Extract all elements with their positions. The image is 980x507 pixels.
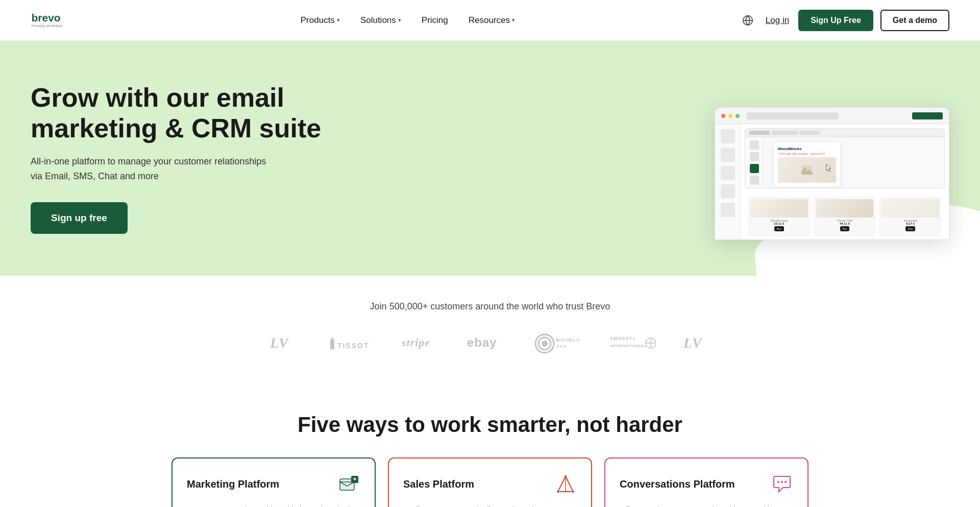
svg-text:stripe: stripe	[401, 336, 430, 349]
hero-mockup-area: WoodWorks -15% with this coupon : summer…	[337, 107, 949, 240]
mockup-product-price: 44.11 €	[840, 222, 850, 225]
svg-text:★★★: ★★★	[556, 345, 567, 348]
feature-card-conversations-title: Conversations Platform	[620, 478, 735, 490]
features-title: Five ways to work smarter, not harder	[31, 413, 949, 437]
feature-card-sales-icon	[554, 473, 577, 495]
mockup-product-thumb	[750, 199, 808, 218]
svg-point-34	[777, 481, 779, 483]
trust-logo-stripe: stripe	[401, 335, 436, 354]
chevron-down-icon: ▾	[512, 17, 515, 23]
mockup-product-price: 8.27 €	[906, 222, 915, 225]
trust-logo-lv1: LV	[268, 332, 299, 356]
signup-hero-button[interactable]: Sign up free	[31, 202, 128, 234]
mockup-product-card-1: Shoulder Lamp 23.11 € Buy	[748, 197, 811, 236]
feature-card-sales-desc: Easily manage your pipeline and accelera…	[403, 503, 577, 507]
login-button[interactable]: Log in	[764, 11, 791, 30]
mockup-sidebar-item	[721, 203, 735, 217]
mockup-sidebar	[715, 124, 741, 239]
feature-card-marketing-icon	[338, 473, 360, 495]
mockup-left-panel	[745, 137, 764, 186]
mockup-product-card-3: Accessories 8.27 € Buy	[879, 197, 942, 236]
mockup-buy-btn: Buy	[840, 226, 850, 231]
hero-title: Grow with our email marketing & CRM suit…	[31, 83, 337, 144]
svg-point-14	[542, 341, 548, 347]
mockup-sidebar-item	[721, 148, 735, 162]
feature-card-marketing-title: Marketing Platform	[187, 478, 279, 490]
mockup-products-row: Shoulder Lamp 23.11 € Buy Circular Chair…	[745, 194, 945, 239]
feature-card-sales-header: Sales Platform	[403, 473, 577, 495]
mockup-buy-btn: Buy	[774, 226, 784, 231]
feature-card-marketing: Marketing Platform Increase conversions …	[172, 457, 376, 507]
logo[interactable]: brevo Formerly sendinblue	[31, 9, 77, 32]
mockup-topbar	[715, 108, 949, 124]
signup-nav-button[interactable]: Sign Up Free	[798, 10, 873, 31]
mockup-body: WoodWorks -15% with this coupon : summer…	[715, 124, 949, 239]
feature-card-sales: Sales Platform Easily manage your pipeli…	[388, 457, 592, 507]
svg-point-35	[781, 481, 783, 483]
svg-rect-8	[331, 338, 333, 340]
chevron-down-icon: ▾	[398, 17, 401, 23]
svg-text:TISSOT: TISSOT	[337, 342, 370, 350]
svg-text:LV: LV	[683, 335, 703, 351]
features-cards: Marketing Platform Increase conversions …	[31, 457, 949, 507]
mockup-cursor	[826, 164, 832, 172]
mockup-tool	[750, 140, 759, 150]
feature-card-marketing-desc: Increase conversions with multi-channel …	[187, 503, 360, 507]
mockup-main-area: WoodWorks -15% with this coupon : summer…	[741, 124, 949, 239]
mockup-promo: -15% with this coupon : summer15	[778, 152, 836, 155]
language-button[interactable]	[739, 12, 756, 29]
mockup-tabs	[745, 129, 944, 137]
nav-link-solutions[interactable]: Solutions ▾	[352, 11, 409, 30]
nav-link-products[interactable]: Products ▾	[292, 11, 348, 30]
nav-links: Products ▾ Solutions ▾ Pricing Resources…	[292, 11, 523, 30]
mockup-tool-active	[750, 164, 759, 173]
nav-link-resources[interactable]: Resources ▾	[460, 11, 523, 30]
mockup-tab	[799, 131, 820, 135]
hero-subtitle: All-in-one platform to manage your custo…	[31, 154, 276, 184]
mockup-product-thumb	[816, 199, 874, 218]
svg-text:brevo: brevo	[32, 12, 61, 23]
nav-link-pricing[interactable]: Pricing	[413, 11, 456, 30]
mockup-action-btn	[912, 112, 943, 119]
nav-actions: Log in Sign Up Free Get a demo	[739, 10, 949, 31]
svg-text:INTERNATIONAL: INTERNATIONAL	[610, 344, 646, 348]
svg-text:ebay: ebay	[467, 335, 497, 349]
svg-text:MICHELIN: MICHELIN	[556, 337, 579, 343]
features-section: Five ways to work smarter, not harder Ma…	[0, 382, 980, 507]
feature-card-conversations-icon	[771, 473, 793, 495]
mockup-editor-body: WoodWorks -15% with this coupon : summer…	[745, 137, 944, 186]
svg-point-33	[572, 491, 574, 493]
navigation: brevo Formerly sendinblue Products ▾ Sol…	[0, 0, 980, 41]
mockup-tab	[772, 131, 797, 135]
mockup-url-bar	[747, 112, 839, 119]
trust-logo-tissot: TISSOT	[329, 336, 370, 353]
trust-logo-michelin: MICHELIN ★★★	[533, 333, 579, 355]
svg-text:Formerly sendinblue: Formerly sendinblue	[32, 23, 63, 28]
feature-card-conversations: Conversations Platform Offer superb cust…	[604, 457, 808, 507]
mockup-product-price: 23.11 €	[774, 222, 784, 225]
trust-section: Join 500,000+ customers around the world…	[0, 276, 980, 382]
svg-text:LV: LV	[270, 335, 289, 351]
mockup-email-editor: WoodWorks -15% with this coupon : summer…	[745, 128, 945, 188]
mockup-minimize-dot	[728, 114, 732, 118]
feature-card-conversations-desc: Offer superb customer service with our m…	[620, 503, 793, 507]
mockup-sidebar-item	[721, 129, 735, 143]
feature-card-conversations-header: Conversations Platform	[620, 473, 793, 495]
feature-card-marketing-header: Marketing Platform	[187, 473, 360, 495]
hero-content: Grow with our email marketing & CRM suit…	[31, 83, 337, 264]
trust-logo-lv2: LV	[681, 332, 712, 356]
demo-button[interactable]: Get a demo	[880, 10, 949, 31]
svg-point-36	[785, 481, 787, 483]
hero-section: Grow with our email marketing & CRM suit…	[0, 41, 980, 276]
svg-point-31	[565, 475, 567, 477]
mockup-tool	[750, 176, 759, 185]
mockup-buy-btn: Buy	[905, 226, 915, 231]
trust-headline: Join 500,000+ customers around the world…	[31, 301, 949, 312]
mockup-sidebar-item	[721, 184, 735, 199]
svg-rect-7	[330, 340, 334, 349]
mockup-close-dot	[721, 114, 725, 118]
chevron-down-icon: ▾	[337, 17, 340, 23]
mockup-tab	[749, 131, 770, 135]
hero-mockup: WoodWorks -15% with this coupon : summer…	[715, 107, 949, 240]
mockup-tool	[750, 152, 759, 161]
